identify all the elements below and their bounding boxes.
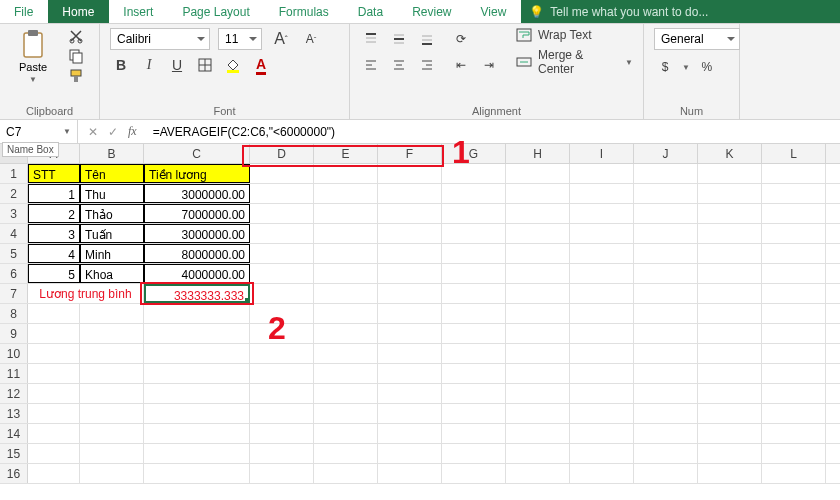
cell-A14[interactable] — [28, 424, 80, 443]
cell-C10[interactable] — [144, 344, 250, 363]
cell-J14[interactable] — [634, 424, 698, 443]
cell-F3[interactable] — [378, 204, 442, 223]
cell-J13[interactable] — [634, 404, 698, 423]
cell-G4[interactable] — [442, 224, 506, 243]
cell-F9[interactable] — [378, 324, 442, 343]
cell-A10[interactable] — [28, 344, 80, 363]
cell-K8[interactable] — [698, 304, 762, 323]
col-header-C[interactable]: C — [144, 144, 250, 163]
cell-F5[interactable] — [378, 244, 442, 263]
cell-F10[interactable] — [378, 344, 442, 363]
cell-C14[interactable] — [144, 424, 250, 443]
cell-E2[interactable] — [314, 184, 378, 203]
cell-D3[interactable] — [250, 204, 314, 223]
paste-button[interactable]: Paste ▼ — [10, 29, 56, 84]
tab-home[interactable]: Home — [48, 0, 109, 23]
cell-K14[interactable] — [698, 424, 762, 443]
cell-G10[interactable] — [442, 344, 506, 363]
orientation-button[interactable]: ⟳ — [450, 28, 472, 50]
cell-H10[interactable] — [506, 344, 570, 363]
cell-B5[interactable]: Minh — [80, 244, 144, 263]
cell-A8[interactable] — [28, 304, 80, 323]
row-header-15[interactable]: 15 — [0, 444, 28, 463]
cell-G6[interactable] — [442, 264, 506, 283]
decrease-indent-icon[interactable]: ⇤ — [450, 54, 472, 76]
cell-L9[interactable] — [762, 324, 826, 343]
cell-H3[interactable] — [506, 204, 570, 223]
enter-formula-icon[interactable]: ✓ — [108, 125, 118, 139]
cell-I6[interactable] — [570, 264, 634, 283]
cell-B6[interactable]: Khoa — [80, 264, 144, 283]
cell-D4[interactable] — [250, 224, 314, 243]
cell-C2[interactable]: 3000000.00 — [144, 184, 250, 203]
cell-A11[interactable] — [28, 364, 80, 383]
row-header-1[interactable]: 1 — [0, 164, 28, 183]
cell-L10[interactable] — [762, 344, 826, 363]
cell-J16[interactable] — [634, 464, 698, 483]
col-header-J[interactable]: J — [634, 144, 698, 163]
cell-G7[interactable] — [442, 284, 506, 303]
cell-J10[interactable] — [634, 344, 698, 363]
cell-D6[interactable] — [250, 264, 314, 283]
cell-J9[interactable] — [634, 324, 698, 343]
row-header-9[interactable]: 9 — [0, 324, 28, 343]
cell-L11[interactable] — [762, 364, 826, 383]
cell-H8[interactable] — [506, 304, 570, 323]
cell-A4[interactable]: 3 — [28, 224, 80, 243]
cell-C6[interactable]: 4000000.00 — [144, 264, 250, 283]
cell-H11[interactable] — [506, 364, 570, 383]
number-format-combo[interactable]: General — [654, 28, 740, 50]
cell-E5[interactable] — [314, 244, 378, 263]
font-name-combo[interactable]: Calibri — [110, 28, 210, 50]
cell-I1[interactable] — [570, 164, 634, 183]
cell-F16[interactable] — [378, 464, 442, 483]
cell-E14[interactable] — [314, 424, 378, 443]
cell-E4[interactable] — [314, 224, 378, 243]
cell-G9[interactable] — [442, 324, 506, 343]
cell-A3[interactable]: 2 — [28, 204, 80, 223]
cell-A7[interactable]: Lương trung bình — [28, 284, 144, 303]
cell-H1[interactable] — [506, 164, 570, 183]
cell-K10[interactable] — [698, 344, 762, 363]
cell-J4[interactable] — [634, 224, 698, 243]
cell-J2[interactable] — [634, 184, 698, 203]
tab-file[interactable]: File — [0, 0, 48, 23]
cell-I2[interactable] — [570, 184, 634, 203]
cell-B10[interactable] — [80, 344, 144, 363]
cell-E1[interactable] — [314, 164, 378, 183]
tab-data[interactable]: Data — [344, 0, 398, 23]
cell-B2[interactable]: Thu — [80, 184, 144, 203]
cell-C7[interactable]: 3333333.333 — [144, 284, 250, 303]
row-header-7[interactable]: 7 — [0, 284, 28, 303]
cut-icon[interactable] — [68, 28, 84, 44]
cell-D16[interactable] — [250, 464, 314, 483]
cell-F11[interactable] — [378, 364, 442, 383]
cell-H5[interactable] — [506, 244, 570, 263]
cell-F4[interactable] — [378, 224, 442, 243]
cell-F15[interactable] — [378, 444, 442, 463]
cell-G11[interactable] — [442, 364, 506, 383]
cell-A1[interactable]: STT — [28, 164, 80, 183]
cell-H9[interactable] — [506, 324, 570, 343]
format-painter-icon[interactable] — [68, 68, 84, 84]
cell-J7[interactable] — [634, 284, 698, 303]
cell-K13[interactable] — [698, 404, 762, 423]
cell-K4[interactable] — [698, 224, 762, 243]
cell-A2[interactable]: 1 — [28, 184, 80, 203]
cell-J15[interactable] — [634, 444, 698, 463]
align-right-icon[interactable] — [416, 54, 438, 76]
cell-J12[interactable] — [634, 384, 698, 403]
cell-I12[interactable] — [570, 384, 634, 403]
cell-L12[interactable] — [762, 384, 826, 403]
cell-B3[interactable]: Thảo — [80, 204, 144, 223]
cell-H7[interactable] — [506, 284, 570, 303]
cell-I3[interactable] — [570, 204, 634, 223]
cell-J8[interactable] — [634, 304, 698, 323]
cell-E6[interactable] — [314, 264, 378, 283]
cell-B1[interactable]: Tên — [80, 164, 144, 183]
cell-D13[interactable] — [250, 404, 314, 423]
cell-J1[interactable] — [634, 164, 698, 183]
cell-K2[interactable] — [698, 184, 762, 203]
cell-B15[interactable] — [80, 444, 144, 463]
cell-G8[interactable] — [442, 304, 506, 323]
